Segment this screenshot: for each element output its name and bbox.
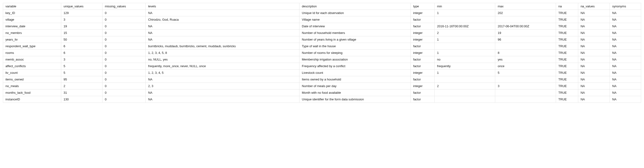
cell-missing-values: 0 — [102, 50, 146, 56]
cell-type: factor — [411, 96, 435, 103]
cell-na: TRUE — [556, 30, 578, 36]
cell-min — [434, 16, 495, 23]
cell-min: 2016-11-16T00:00:00Z — [434, 23, 495, 30]
cell-min: 2 — [434, 30, 495, 36]
cell-na-values: NA — [578, 10, 610, 16]
cell-unique-values: 2 — [61, 83, 102, 90]
cell-min — [434, 90, 495, 96]
cell-levels: 1, 2, 3, 4, 5 — [146, 70, 300, 76]
col-unique-values: unique_values — [61, 3, 102, 10]
cell-levels: NA — [146, 10, 300, 16]
cell-missing-values: 0 — [102, 43, 146, 50]
cell-type: integer — [411, 36, 435, 43]
cell-description: Membership irrigation association — [299, 56, 410, 63]
table-row: rooms601, 2, 3, 4, 5, 8Number of rooms f… — [3, 50, 641, 56]
col-type: type — [411, 3, 435, 10]
cell-missing-values: 0 — [102, 76, 146, 83]
cell-na: TRUE — [556, 43, 578, 50]
cell-synonyms: NA — [610, 43, 641, 50]
cell-variable: respondent_wall_type — [3, 43, 61, 50]
cell-missing-values: 0 — [102, 56, 146, 63]
cell-min: 1 — [434, 70, 495, 76]
cell-na-values: NA — [578, 16, 610, 23]
cell-synonyms: NA — [610, 70, 641, 76]
cell-na: TRUE — [556, 56, 578, 63]
cell-variable: no_meals — [3, 83, 61, 90]
cell-na-values: NA — [578, 96, 610, 103]
cell-missing-values: 0 — [102, 16, 146, 23]
table-row: key_ID1290NAUnique Id for each observati… — [3, 10, 641, 16]
col-missing-values: missing_values — [102, 3, 146, 10]
table-row: no_membrs150NANumber of household member… — [3, 30, 641, 36]
table-row: memb_assoc30no, NULL, yesMembership irri… — [3, 56, 641, 63]
cell-variable: instanceID — [3, 96, 61, 103]
cell-max — [495, 96, 556, 103]
cell-missing-values: 0 — [102, 83, 146, 90]
table-row: years_liv500NANumber of years living in … — [3, 36, 641, 43]
cell-levels: NA — [146, 36, 300, 43]
cell-missing-values: 0 — [102, 90, 146, 96]
col-variable: variable — [3, 3, 61, 10]
cell-synonyms: NA — [610, 56, 641, 63]
cell-na: TRUE — [556, 50, 578, 56]
cell-max: 8 — [495, 50, 556, 56]
cell-missing-values: 0 — [102, 23, 146, 30]
cell-unique-values: 5 — [61, 63, 102, 70]
cell-levels: NA — [146, 30, 300, 36]
cell-unique-values: 5 — [61, 70, 102, 76]
cell-synonyms: NA — [610, 90, 641, 96]
cell-description: Number of household members — [299, 30, 410, 36]
cell-variable: memb_assoc — [3, 56, 61, 63]
cell-synonyms: NA — [610, 36, 641, 43]
cell-unique-values: 129 — [61, 10, 102, 16]
cell-na: TRUE — [556, 10, 578, 16]
cell-levels: Chirodzo, God, Ruaca — [146, 16, 300, 23]
cell-max — [495, 43, 556, 50]
cell-levels: frequently, more_once, never, NULL, once — [146, 63, 300, 70]
data-dictionary-table: variable unique_values missing_values le… — [3, 3, 641, 103]
cell-missing-values: 0 — [102, 36, 146, 43]
cell-na: TRUE — [556, 83, 578, 90]
cell-description: Frequency affected by a conflict — [299, 63, 410, 70]
cell-min: 1 — [434, 10, 495, 16]
cell-description: Unique Id for each observation — [299, 10, 410, 16]
cell-type: factor — [411, 76, 435, 83]
cell-type: factor — [411, 16, 435, 23]
cell-variable: liv_count — [3, 70, 61, 76]
cell-max: 96 — [495, 36, 556, 43]
cell-min: 1 — [434, 50, 495, 56]
cell-description: Number of years living in a given villag… — [299, 36, 410, 43]
cell-min — [434, 96, 495, 103]
cell-synonyms: NA — [610, 16, 641, 23]
table-row: liv_count501, 2, 3, 4, 5Livestock counti… — [3, 70, 641, 76]
cell-unique-values: 95 — [61, 76, 102, 83]
cell-min — [434, 43, 495, 50]
table-row: items_owned950NAItems owned by a househo… — [3, 76, 641, 83]
cell-description: Number of rooms for sleeping — [299, 50, 410, 56]
cell-max — [495, 90, 556, 96]
cell-missing-values: 0 — [102, 63, 146, 70]
cell-variable: no_membrs — [3, 30, 61, 36]
cell-max: 2017-06-04T00:00:00Z — [495, 23, 556, 30]
cell-min: no — [434, 56, 495, 63]
col-na-values: na_values — [578, 3, 610, 10]
cell-variable: interview_date — [3, 23, 61, 30]
cell-variable: key_ID — [3, 10, 61, 16]
cell-missing-values: 0 — [102, 96, 146, 103]
cell-unique-values: 3 — [61, 56, 102, 63]
cell-na-values: NA — [578, 56, 610, 63]
cell-synonyms: NA — [610, 63, 641, 70]
cell-na: TRUE — [556, 23, 578, 30]
cell-na: TRUE — [556, 16, 578, 23]
cell-levels: no, NULL, yes — [146, 56, 300, 63]
cell-na: TRUE — [556, 90, 578, 96]
cell-description: Unique identifier for the form data subm… — [299, 96, 410, 103]
table-row: no_meals202, 3Number of meals per dayint… — [3, 83, 641, 90]
cell-na-values: NA — [578, 30, 610, 36]
cell-levels: NA — [146, 76, 300, 83]
cell-type: integer — [411, 10, 435, 16]
cell-na-values: NA — [578, 63, 610, 70]
col-synonyms: synonyms — [610, 3, 641, 10]
cell-levels: NA — [146, 23, 300, 30]
cell-na: TRUE — [556, 63, 578, 70]
